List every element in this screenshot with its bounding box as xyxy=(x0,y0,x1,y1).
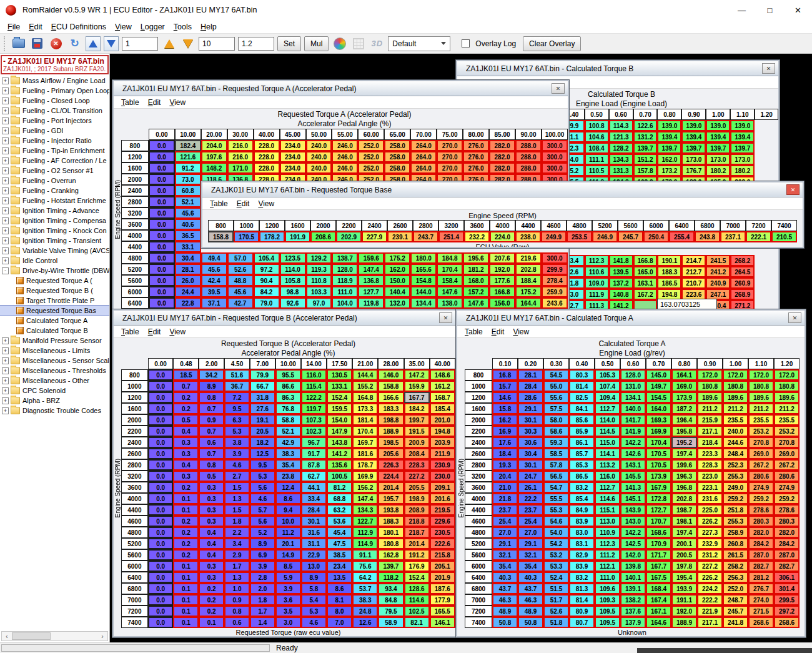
table-cell[interactable]: 297.2 xyxy=(774,606,800,617)
table-cell[interactable]: 255.3 xyxy=(723,516,748,527)
table-cell[interactable]: 1.7 xyxy=(224,561,250,572)
table-cell[interactable]: 200.5 xyxy=(671,549,697,561)
table-cell[interactable]: 243.7 xyxy=(413,231,438,242)
table-cell[interactable]: 46.3 xyxy=(518,594,543,606)
table-cell[interactable]: 123.5 xyxy=(280,252,306,264)
table-cell[interactable]: 0.1 xyxy=(173,594,199,606)
table-cell[interactable]: 268.6 xyxy=(774,617,800,628)
table-cell[interactable]: 114.1 xyxy=(595,448,620,459)
expand-icon[interactable]: + xyxy=(2,87,9,94)
table-cell[interactable]: 122.2 xyxy=(301,392,327,403)
table-cell[interactable]: 177.6 xyxy=(489,275,515,286)
table-cell[interactable]: 24.8 xyxy=(352,606,378,617)
table-cell[interactable]: 167.7 xyxy=(404,392,430,403)
table-cell[interactable]: 235.5 xyxy=(774,414,800,426)
close-icon[interactable]: ✕ xyxy=(788,312,801,323)
expand-icon[interactable]: + xyxy=(2,227,9,234)
table-cell[interactable]: 169.7 xyxy=(352,437,378,448)
table-cell[interactable]: 252.0 xyxy=(358,151,384,162)
table-cell[interactable]: 282.0 xyxy=(489,151,515,162)
table-cell[interactable]: 128.6 xyxy=(404,583,430,594)
table-cell[interactable]: 146.0 xyxy=(378,369,404,381)
table-cell[interactable]: 219.5 xyxy=(430,504,455,516)
table-cell[interactable]: 142.2 xyxy=(620,527,646,538)
table-cell[interactable]: 81.4 xyxy=(569,381,595,392)
table-cell[interactable]: 0.0 xyxy=(148,561,174,572)
table-cell[interactable]: 189.6 xyxy=(697,392,723,403)
sidebar-item[interactable]: -Drive-by-Wire Throttle (DBW xyxy=(0,266,109,276)
table-cell[interactable]: 8.5 xyxy=(275,561,301,572)
table-cell[interactable]: 35.4 xyxy=(275,459,301,471)
table-cell[interactable]: 75.6 xyxy=(352,561,378,572)
table-cell[interactable]: 42.9 xyxy=(275,437,301,448)
table-cell[interactable]: 211.9 xyxy=(430,448,455,459)
table-cell[interactable]: 127.7 xyxy=(358,286,384,297)
table-cell[interactable]: 193.8 xyxy=(378,504,404,516)
table-cell[interactable]: 231.2 xyxy=(697,549,723,561)
table-cell[interactable]: 16.2 xyxy=(492,414,518,426)
table-cell[interactable]: 31.1 xyxy=(301,538,327,549)
table-cell[interactable]: 114.0 xyxy=(280,264,306,275)
table-cell[interactable]: 0.0 xyxy=(148,426,174,437)
table-cell[interactable]: 168.7 xyxy=(430,392,455,403)
table-cell[interactable]: 227.3 xyxy=(697,527,723,538)
table-cell[interactable]: 196.8 xyxy=(671,482,697,493)
table-cell[interactable]: 240.9 xyxy=(706,277,730,289)
table-cell[interactable]: 230.0 xyxy=(430,471,455,482)
table-cell[interactable]: 270.0 xyxy=(437,151,463,162)
table-cell[interactable]: 258.0 xyxy=(384,140,410,151)
table-cell[interactable]: 229.6 xyxy=(430,516,455,527)
table-cell[interactable]: 143.9 xyxy=(620,504,646,516)
table-cell[interactable]: 234.0 xyxy=(280,140,306,151)
table-cell[interactable]: 240.0 xyxy=(306,151,332,162)
table-cell[interactable]: 28.1 xyxy=(518,369,543,381)
table-cell[interactable]: 31.8 xyxy=(250,392,275,403)
table-cell[interactable]: 0.3 xyxy=(199,482,224,493)
table-cell[interactable]: 205.1 xyxy=(430,561,455,572)
table-cell[interactable]: 0.2 xyxy=(173,516,199,527)
table-cell[interactable]: 92.6 xyxy=(280,297,306,309)
table-cell[interactable]: 108.4 xyxy=(585,142,609,154)
table-cell[interactable]: 28.4 xyxy=(301,504,327,516)
table-cell[interactable]: 83.1 xyxy=(569,538,595,549)
sidebar-item[interactable]: +Mass Airflow / Engine Load xyxy=(0,76,109,86)
table-cell[interactable]: 157.8 xyxy=(633,165,658,176)
table-cell[interactable]: 6.9 xyxy=(250,549,275,561)
table-cell[interactable]: 0.0 xyxy=(149,275,175,286)
table-cell[interactable]: 55.0 xyxy=(543,381,569,392)
table-cell[interactable]: 111.0 xyxy=(332,286,358,297)
table-cell[interactable]: 300.0 xyxy=(542,162,568,174)
table-cell[interactable]: 241.2 xyxy=(706,266,730,277)
table-cell[interactable]: 175.2 xyxy=(384,252,410,264)
table-cell[interactable]: 0.0 xyxy=(148,392,174,403)
table-cell[interactable]: 178.2 xyxy=(259,231,285,242)
table-cell[interactable]: 274.9 xyxy=(774,482,800,493)
table-cell[interactable]: 141.7 xyxy=(620,414,646,426)
table-cell[interactable]: 281.2 xyxy=(748,572,774,583)
table-cell[interactable]: 0.0 xyxy=(148,459,174,471)
table-cell[interactable]: 59.3 xyxy=(543,437,569,448)
table-cell[interactable]: 45.6 xyxy=(201,264,227,275)
table-cell[interactable]: 8.6 xyxy=(327,583,352,594)
table-cell[interactable]: 58.8 xyxy=(275,414,301,426)
scroll-right-icon[interactable]: › xyxy=(97,632,107,641)
menu-logger[interactable]: Logger xyxy=(136,21,169,32)
table-cell[interactable]: 19.1 xyxy=(250,414,275,426)
table-cell[interactable]: 0.6 xyxy=(199,437,224,448)
multiply-value-input[interactable]: 1.2 xyxy=(238,37,274,51)
table-cell[interactable]: 20.4 xyxy=(492,471,518,482)
table-cell[interactable]: 110.6 xyxy=(585,266,609,277)
table-cell[interactable]: 282.7 xyxy=(748,561,774,572)
sidebar-item[interactable]: +Fueling - Tip-in Enrichment xyxy=(0,146,109,156)
table-cell[interactable]: 222.2 xyxy=(697,594,723,606)
table-cell[interactable]: 0.0 xyxy=(148,369,174,381)
table-cell[interactable]: 0.0 xyxy=(148,516,174,527)
table-cell[interactable]: 33.4 xyxy=(301,493,327,504)
table-cell[interactable]: 54.7 xyxy=(543,482,569,493)
expand-icon[interactable]: + xyxy=(2,377,9,384)
table-cell[interactable]: 156.0 xyxy=(489,297,515,309)
table-cell[interactable]: 0.0 xyxy=(148,437,174,448)
table-cell[interactable]: 258.0 xyxy=(384,151,410,162)
table-cell[interactable]: 114.0 xyxy=(595,414,620,426)
table-cell[interactable]: 30.4 xyxy=(518,448,543,459)
